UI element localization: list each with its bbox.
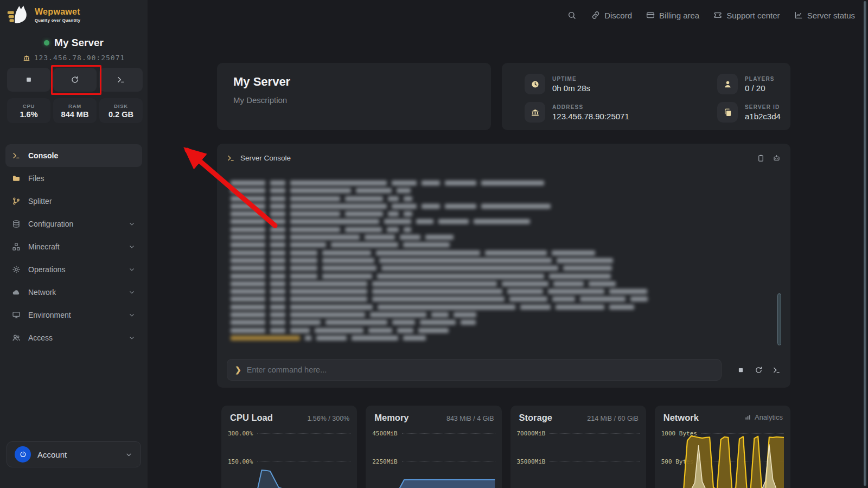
page-scrollbar[interactable] <box>864 1 866 486</box>
console-header: Server Console <box>217 144 790 172</box>
command-input[interactable] <box>247 365 713 374</box>
info-label: SERVER ID <box>745 104 781 110</box>
info-label: UPTIME <box>552 76 590 82</box>
nav-label: Discord <box>604 11 632 20</box>
clipboard-icon[interactable] <box>757 154 765 162</box>
chevron-down-icon <box>128 220 136 228</box>
chevron-down-icon <box>125 451 133 459</box>
clock-icon <box>525 74 545 94</box>
brand-tagline: Quality over Quantity <box>35 18 80 23</box>
sidebar-item-label: Minecraft <box>28 242 60 251</box>
server-info-card: UPTIME0h 0m 28sPLAYERS0 / 20ADDRESS123.4… <box>502 63 790 130</box>
stop-button[interactable] <box>7 68 50 92</box>
chart-plot <box>517 433 640 488</box>
terminal-icon <box>117 75 125 84</box>
analytics-button[interactable]: Analytics <box>744 413 783 421</box>
sidebar-item-label: Files <box>28 174 44 183</box>
resource-charts-row: CPU Load1.56% / 300%300.00%150.00%Memory… <box>221 406 790 488</box>
server-header: My Server <box>0 37 148 49</box>
resource-stats: CPU1.6%RAM844 MBDISK0.2 GB <box>7 98 143 123</box>
chevron-down-icon <box>128 334 136 342</box>
console-log-row <box>231 235 768 240</box>
database-icon <box>12 220 21 228</box>
chevron-down-icon <box>128 311 136 319</box>
sidebar-item-label: Network <box>28 288 56 297</box>
account-button[interactable]: Account <box>7 441 141 467</box>
nav-item-discord[interactable]: Discord <box>591 11 632 20</box>
console-log-row <box>231 297 768 301</box>
chart-plot <box>372 433 495 488</box>
link-icon <box>591 11 600 20</box>
restart-icon[interactable] <box>755 366 763 374</box>
chart-card-cpu: CPU Load1.56% / 300%300.00%150.00% <box>221 406 357 488</box>
server-address: 123.456.78.90:25071 <box>34 54 125 62</box>
server-console-card: Server Console ❯ <box>217 144 790 388</box>
sidebar-item-splitter[interactable]: Splitter <box>5 190 142 213</box>
kill-button[interactable] <box>99 68 143 92</box>
stat-label: RAM <box>68 103 81 109</box>
sidebar-item-environment[interactable]: Environment <box>5 304 142 326</box>
stat-cpu: CPU1.6% <box>7 98 50 123</box>
gear-icon <box>12 265 21 274</box>
console-log-row <box>231 251 768 255</box>
server-address-row[interactable]: 123.456.78.90:25071 <box>0 54 148 62</box>
sidebar-item-access[interactable]: Access <box>5 326 142 349</box>
folder-icon <box>12 174 21 183</box>
sidebar-item-files[interactable]: Files <box>5 167 142 190</box>
console-log-row <box>231 289 768 294</box>
sidebar-item-network[interactable]: Network <box>5 281 142 304</box>
sidebar-item-label: Splitter <box>28 197 52 206</box>
sidebar-item-console[interactable]: Console <box>5 144 142 167</box>
sidebar-item-minecraft[interactable]: Minecraft <box>5 235 142 258</box>
command-row: ❯ <box>227 359 781 381</box>
terminal-icon[interactable] <box>773 366 781 374</box>
bot-icon[interactable] <box>773 154 781 162</box>
chart-title: CPU Load <box>230 413 273 423</box>
boxes-icon <box>12 242 21 251</box>
nav-label: Server status <box>807 11 855 20</box>
info-label: ADDRESS <box>552 104 629 110</box>
chart-line-icon <box>794 11 803 20</box>
console-log-row <box>231 274 768 279</box>
sidebar-item-label: Access <box>28 333 53 342</box>
stop-icon[interactable] <box>737 366 745 374</box>
console-scrollbar[interactable] <box>777 293 781 345</box>
chart-card-memory: Memory843 MiB / 4 GiB4500MiB2250MiB <box>366 406 501 488</box>
nav-item-billing-area[interactable]: Billing area <box>646 11 699 20</box>
search-icon[interactable] <box>567 11 576 20</box>
chart-card-network: NetworkAnalytics1000 Bytes500 Bytes <box>655 406 790 488</box>
console-log-row <box>231 266 768 271</box>
console-log-row <box>231 204 768 209</box>
power-icon <box>19 451 27 459</box>
sidebar-item-label: Environment <box>28 311 71 319</box>
console-log-row <box>231 227 768 232</box>
chevron-down-icon <box>128 243 136 251</box>
sidebar-item-operations[interactable]: Operations <box>5 258 142 281</box>
console-log-row <box>231 328 768 333</box>
command-buttons <box>737 366 781 374</box>
info-cell-server-id: SERVER IDa1b2c3d4 <box>717 102 781 123</box>
cloud-icon <box>12 288 21 297</box>
console-tools <box>757 154 781 162</box>
bank-icon <box>525 102 545 123</box>
console-log-row <box>231 188 768 193</box>
nav-item-server-status[interactable]: Server status <box>794 11 855 20</box>
restart-icon <box>71 75 79 84</box>
terminal-icon <box>227 154 235 162</box>
brand-name: Wepwawet <box>35 7 80 17</box>
restart-button[interactable] <box>53 68 97 92</box>
chart-title: Network <box>663 413 699 423</box>
brand[interactable]: Wepwawet Quality over Quantity <box>7 4 80 25</box>
chevron-down-icon <box>128 288 136 296</box>
copy-icon <box>717 102 738 123</box>
sidebar-item-label: Configuration <box>28 220 73 228</box>
chart-meta: 843 MiB / 4 GiB <box>446 415 494 422</box>
chart-plot <box>228 433 350 488</box>
nav-item-support-center[interactable]: Support center <box>713 11 780 20</box>
sidebar: Wepwawet Quality over Quantity My Server… <box>0 0 148 488</box>
sidebar-item-configuration[interactable]: Configuration <box>5 213 142 235</box>
chart-meta: 214 MiB / 60 GiB <box>587 415 639 422</box>
console-log-row <box>231 242 768 247</box>
overview-title: My Server <box>233 75 290 89</box>
console-log-blurred <box>231 181 768 346</box>
